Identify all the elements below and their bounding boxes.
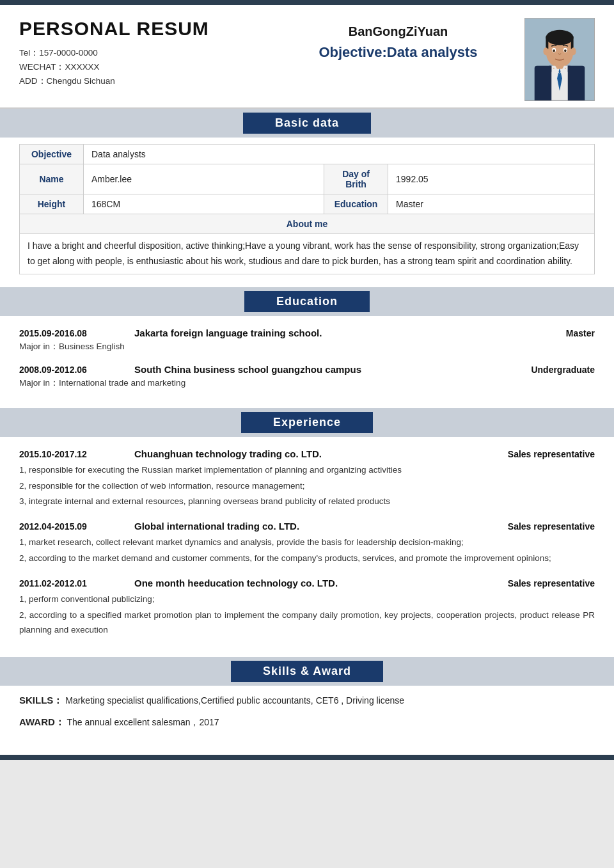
svg-point-12 bbox=[564, 49, 567, 52]
basic-data-section: Objective Data analysts Name Amber.lee D… bbox=[0, 144, 614, 287]
table-row: I have a bright and cheerful disposition… bbox=[20, 234, 595, 274]
basic-data-title: Basic data bbox=[243, 113, 371, 134]
header-left: PERSONAL RESUM Tel：157-0000-0000 WECHAT：… bbox=[19, 18, 272, 90]
edu-value-cell: Master bbox=[388, 194, 595, 214]
header-contact: Tel：157-0000-0000 WECHAT：XXXXXX ADD：Chen… bbox=[19, 47, 272, 87]
skills-value: Marketing specialist qualifications,Cert… bbox=[65, 695, 404, 706]
exp-date-1: 2015.10-2017.12 bbox=[19, 449, 115, 459]
edu-major-1: Major in：Business English bbox=[19, 341, 595, 352]
exp-title-3: Sales representative bbox=[467, 578, 595, 588]
about-text-cell: I have a bright and cheerful disposition… bbox=[20, 234, 595, 274]
skills-label: SKILLS： bbox=[19, 695, 63, 706]
top-bar bbox=[0, 0, 614, 5]
exp-title-2: Sales representative bbox=[467, 521, 595, 532]
svg-rect-8 bbox=[571, 36, 574, 49]
svg-rect-7 bbox=[546, 36, 548, 49]
list-item: 1, perform conventional publicizing; bbox=[19, 592, 595, 607]
exp-row-3: 2011.02-2012.01 One month heeducation te… bbox=[19, 578, 595, 588]
education-section: 2015.09-2016.08 Jakarta foreign language… bbox=[0, 316, 614, 408]
edu-date-1: 2015.09-2016.08 bbox=[19, 328, 115, 338]
experience-title: Experience bbox=[241, 412, 373, 433]
objective-label-cell: Objective bbox=[20, 145, 84, 164]
edu-row-1: 2015.09-2016.08 Jakarta foreign language… bbox=[19, 327, 595, 338]
skills-header-row: Skills & Award bbox=[0, 657, 614, 686]
header: PERSONAL RESUM Tel：157-0000-0000 WECHAT：… bbox=[0, 5, 614, 109]
height-value-cell: 168CM bbox=[84, 194, 324, 214]
list-item: 2, according to a specified market promo… bbox=[19, 608, 595, 638]
exp-title-1: Sales representative bbox=[467, 449, 595, 459]
exp-entry-2: 2012.04-2015.09 Global international tra… bbox=[19, 516, 595, 566]
exp-entry-1: 2015.10-2017.12 Chuanghuan technology tr… bbox=[19, 443, 595, 510]
education-header-row: Education bbox=[0, 287, 614, 316]
edu-date-2: 2008.09-2012.06 bbox=[19, 365, 115, 375]
edu-school-2: South China business school guangzhou ca… bbox=[134, 364, 492, 375]
experience-header-row: Experience bbox=[0, 408, 614, 437]
exp-company-1: Chuanghuan technology trading co. LTD. bbox=[134, 448, 448, 459]
basic-data-table: Objective Data analysts Name Amber.lee D… bbox=[19, 144, 595, 274]
award-value: The annual excellent salesman，2017 bbox=[67, 717, 219, 727]
name-label-cell: Name bbox=[20, 164, 84, 194]
exp-row-2: 2012.04-2015.09 Global international tra… bbox=[19, 521, 595, 532]
dob-value-cell: 1992.05 bbox=[388, 164, 595, 194]
wechat-info: WECHAT：XXXXXX bbox=[19, 61, 272, 73]
name-value-cell: Amber.lee bbox=[84, 164, 324, 194]
award-row: AWARD： The annual excellent salesman，201… bbox=[19, 714, 595, 730]
person-name-cn: BanGongZiYuan bbox=[272, 24, 524, 39]
table-row: Objective Data analysts bbox=[20, 145, 595, 164]
table-row: Height 168CM Education Master bbox=[20, 194, 595, 214]
list-item: 1, market research, collect relevant mar… bbox=[19, 535, 595, 550]
edu-school-1: Jakarta foreign language training school… bbox=[134, 327, 492, 338]
skills-title: Skills & Award bbox=[231, 661, 383, 682]
exp-date-3: 2011.02-2012.01 bbox=[19, 578, 115, 588]
resume-container: PERSONAL RESUM Tel：157-0000-0000 WECHAT：… bbox=[0, 0, 614, 760]
exp-company-3: One month heeducation technology co. LTD… bbox=[134, 578, 448, 588]
address-info: ADD：Chengdu Sichuan bbox=[19, 75, 272, 87]
table-row: About me bbox=[20, 214, 595, 234]
edu-label-cell: Education bbox=[324, 194, 388, 214]
exp-entry-3: 2011.02-2012.01 One month heeducation te… bbox=[19, 572, 595, 638]
exp-date-2: 2012.04-2015.09 bbox=[19, 521, 115, 532]
edu-degree-1: Master bbox=[512, 328, 595, 338]
edu-entry-1: 2015.09-2016.08 Jakarta foreign language… bbox=[19, 322, 595, 352]
edu-row-2: 2008.09-2012.06 South China business sch… bbox=[19, 364, 595, 375]
dob-label-cell: Day of Brith bbox=[324, 164, 388, 194]
edu-degree-2: Undergraduate bbox=[512, 365, 595, 375]
experience-section: 2015.10-2017.12 Chuanghuan technology tr… bbox=[0, 437, 614, 658]
header-center: BanGongZiYuan Objective:Data analysts bbox=[272, 18, 524, 61]
table-row: Name Amber.lee Day of Brith 1992.05 bbox=[20, 164, 595, 194]
basic-data-header-row: Basic data bbox=[0, 109, 614, 138]
edu-entry-2: 2008.09-2012.06 South China business sch… bbox=[19, 359, 595, 389]
exp-row-1: 2015.10-2017.12 Chuanghuan technology tr… bbox=[19, 448, 595, 459]
education-title: Education bbox=[244, 291, 370, 312]
edu-major-2: Major in：International trade and marketi… bbox=[19, 377, 595, 389]
skills-section: SKILLS： Marketing specialist qualificati… bbox=[0, 686, 614, 755]
exp-desc-2: 1, market research, collect relevant mar… bbox=[19, 535, 595, 566]
list-item: 2, according to the market demand and cu… bbox=[19, 551, 595, 566]
svg-point-6 bbox=[546, 30, 573, 45]
tel-info: Tel：157-0000-0000 bbox=[19, 47, 272, 59]
svg-point-13 bbox=[543, 47, 548, 55]
list-item: 2, responsible for the collection of web… bbox=[19, 479, 595, 494]
bottom-bar bbox=[0, 755, 614, 760]
svg-point-14 bbox=[571, 47, 576, 55]
skills-row: SKILLS： Marketing specialist qualificati… bbox=[19, 692, 595, 709]
resume-title: PERSONAL RESUM bbox=[19, 18, 272, 40]
height-label-cell: Height bbox=[20, 194, 84, 214]
list-item: 1, responsible for executing the Russian… bbox=[19, 463, 595, 478]
exp-desc-1: 1, responsible for executing the Russian… bbox=[19, 463, 595, 510]
about-label-cell: About me bbox=[20, 214, 595, 234]
exp-desc-3: 1, perform conventional publicizing; 2, … bbox=[19, 592, 595, 638]
photo-container bbox=[524, 18, 595, 101]
list-item: 3, integrate internal and external resou… bbox=[19, 494, 595, 509]
award-label: AWARD： bbox=[19, 716, 65, 727]
exp-company-2: Global international trading co. LTD. bbox=[134, 521, 448, 532]
objective-value-cell: Data analysts bbox=[84, 145, 595, 164]
svg-point-11 bbox=[553, 49, 555, 52]
objective-label: Objective:Data analysts bbox=[272, 44, 524, 61]
photo-placeholder bbox=[525, 18, 594, 101]
